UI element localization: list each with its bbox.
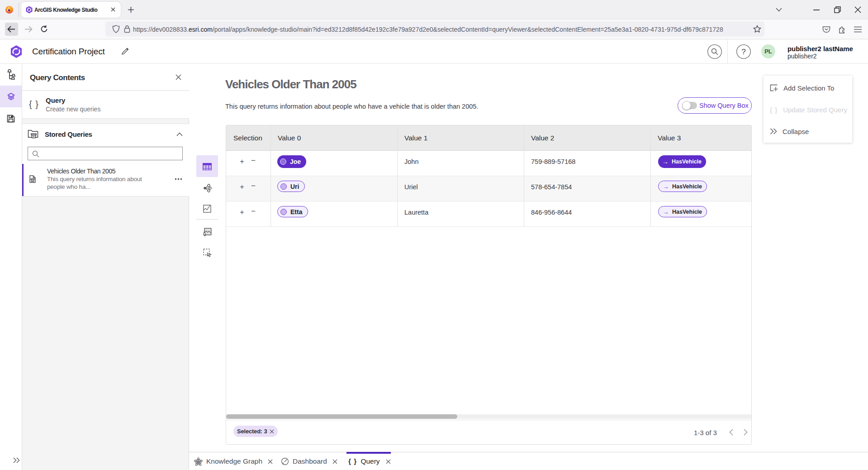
svg-text:?: ? (741, 48, 745, 56)
